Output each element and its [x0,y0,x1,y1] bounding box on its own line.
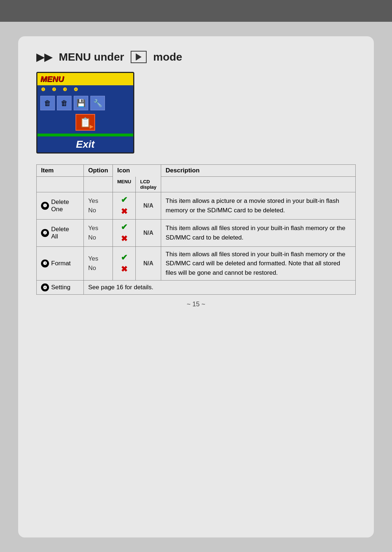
lcd-center-icon: 📋 ▶ [75,114,95,131]
icon-menu-cell-2: ✔ ✖ [113,219,136,246]
check-icon-3: ✔ [121,253,127,262]
th-menu-sub: MENU [113,177,136,192]
menu-under-label: MENU under [59,51,124,63]
option-cell-2: Yes No [84,219,113,246]
desc-cell-3: This item allows all files stored in you… [161,246,356,281]
icon-pair-2: ✔ ✖ [117,222,131,244]
item-name-4: Setting [51,284,70,291]
icon-lcd-cell-2: N/A [136,219,161,246]
lcd-icons-row: 🗑 🗑 💾 🔧 [37,94,133,113]
top-bar [0,0,392,22]
option-no-1: No [88,207,108,214]
option-pair-2: Yes No [88,225,108,241]
page-card: ▶▶ MENU under mode MENU ❶ ❷ ❸ ❹ 🗑 🗑 💾 � [18,36,374,537]
lcd-top-bar: MENU [37,73,133,85]
badge-4: ❹ [41,283,49,291]
x-icon-2: ✖ [121,234,127,244]
th-lcd-sub: LCD display [136,177,161,192]
check-icon-1: ✔ [121,195,127,205]
lcd-menu-title: MENU [40,74,64,84]
header-line: ▶▶ MENU under mode [36,51,356,63]
icon-lcd-cell-3: N/A [136,246,161,281]
item-label-1: ❶ DeleteOne [41,199,79,213]
item-cell-2: ❷ DeleteAll [37,219,84,246]
mode-label: mode [153,51,182,63]
option-yes-3: Yes [88,255,108,262]
main-content: ▶▶ MENU under mode MENU ❶ ❷ ❸ ❹ 🗑 🗑 💾 � [0,22,392,552]
item-label-2: ❷ DeleteAll [41,226,79,240]
option-cell-3: Yes No [84,246,113,281]
item-cell-4: ❹ Setting [37,281,84,295]
table-row: ❶ DeleteOne Yes No ✔ ✖ [37,192,356,219]
page-footer: ~ 15 ~ [36,295,356,314]
lcd-icon-2: 🗑 [57,96,72,110]
option-yes-2: Yes [88,225,108,232]
badge-2: ❷ [41,229,49,237]
arrows-icon: ▶▶ [36,51,52,63]
option-pair-3: Yes No [88,255,108,272]
table-row: ❹ Setting See page 16 for details. [37,281,356,295]
lcd-exit-text: Exit [76,139,94,150]
na-3: N/A [143,260,154,266]
item-name-1: DeleteOne [51,199,69,213]
badge-1: ❶ [41,202,49,210]
option-no-2: No [88,234,108,241]
badge-3: ❸ [41,259,49,267]
table-row: ❷ DeleteAll Yes No ✔ ✖ [37,219,356,246]
lcd-mockup: MENU ❶ ❷ ❸ ❹ 🗑 🗑 💾 🔧 📋 ▶ [36,72,134,154]
icon-menu-cell-3: ✔ ✖ [113,246,136,281]
lcd-center-row: 📋 ▶ [37,113,133,134]
page-number: ~ 15 ~ [187,300,205,308]
icon-pair-1: ✔ ✖ [117,195,131,216]
icon-pair-3: ✔ ✖ [117,253,131,274]
item-cell-1: ❶ DeleteOne [37,192,84,219]
lcd-tab-4: ❹ [74,87,78,92]
menu-table: Item Option Icon Description MENU LCD di… [36,164,356,295]
icon-lcd-cell-1: N/A [136,192,161,219]
th-icon: Icon [113,165,161,177]
lcd-tab-row: ❶ ❷ ❸ ❹ [37,85,133,94]
lcd-icon-3: 💾 [74,96,88,110]
check-icon-2: ✔ [121,222,127,232]
th-empty3 [161,177,356,192]
option-no-3: No [88,265,108,272]
option-cell-1: Yes No [84,192,113,219]
item-name-2: DeleteAll [51,226,69,240]
lcd-icon-1: 🗑 [40,96,55,110]
icon-menu-cell-1: ✔ ✖ [113,192,136,219]
lcd-tab-3: ❸ [63,87,67,92]
option-yes-1: Yes [88,197,108,205]
th-item: Item [37,165,84,177]
setting-note-cell: See page 16 for details. [84,281,356,295]
option-pair-1: Yes No [88,197,108,214]
lcd-tab-1: ❶ [41,87,45,92]
item-cell-3: ❸ Format [37,246,84,281]
lcd-icon-4: 🔧 [90,96,105,110]
play-triangle [136,53,142,61]
desc-cell-2: This item allows all files stored in you… [161,219,356,246]
th-empty1 [37,177,84,192]
item-label-3: ❸ Format [41,259,79,267]
x-icon-1: ✖ [121,207,127,216]
x-icon-3: ✖ [121,265,127,274]
item-name-3: Format [51,260,71,267]
item-label-4: ❹ Setting [41,283,79,291]
na-1: N/A [143,203,154,209]
lcd-exit-label: Exit [37,136,133,152]
th-description: Description [161,165,356,177]
desc-cell-1: This item allows a picture or a movie st… [161,192,356,219]
th-empty2 [84,177,113,192]
na-2: N/A [143,230,154,236]
lcd-tab-2: ❷ [52,87,56,92]
play-mode-icon [131,51,147,63]
th-option: Option [84,165,113,177]
lcd-green-bar [37,134,133,136]
table-row: ❸ Format Yes No ✔ ✖ [37,246,356,281]
